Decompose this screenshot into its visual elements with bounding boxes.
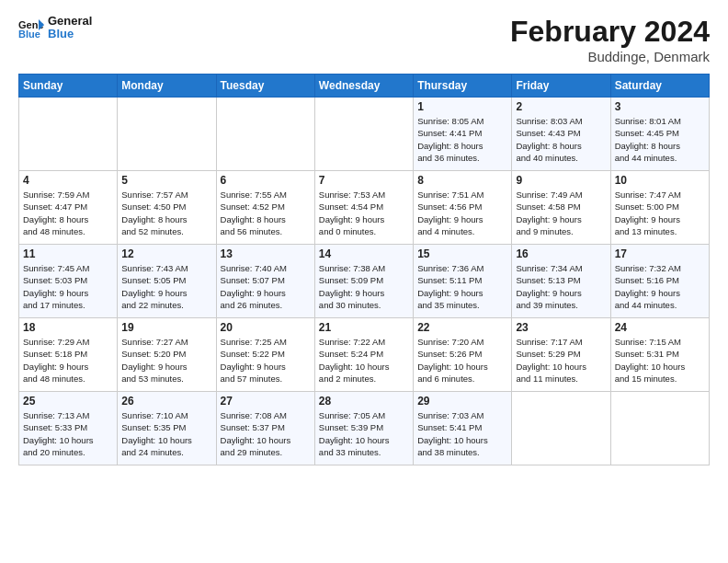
day-number: 24 (615, 321, 705, 334)
calendar-cell: 24Sunrise: 7:15 AM Sunset: 5:31 PM Dayli… (610, 318, 709, 392)
day-number: 26 (121, 395, 211, 408)
calendar-cell: 9Sunrise: 7:49 AM Sunset: 4:58 PM Daylig… (512, 171, 610, 245)
calendar-cell: 2Sunrise: 8:03 AM Sunset: 4:43 PM Daylig… (512, 98, 610, 171)
day-info: Sunrise: 8:03 AM Sunset: 4:43 PM Dayligh… (516, 115, 606, 164)
day-info: Sunrise: 7:17 AM Sunset: 5:29 PM Dayligh… (516, 336, 606, 385)
column-header-sunday: Sunday (19, 75, 118, 98)
calendar-cell: 11Sunrise: 7:45 AM Sunset: 5:03 PM Dayli… (19, 245, 118, 318)
calendar-cell (19, 98, 118, 171)
calendar-cell: 5Sunrise: 7:57 AM Sunset: 4:50 PM Daylig… (118, 171, 216, 245)
day-info: Sunrise: 7:38 AM Sunset: 5:09 PM Dayligh… (319, 262, 409, 311)
column-header-friday: Friday (512, 75, 610, 98)
day-info: Sunrise: 7:47 AM Sunset: 5:00 PM Dayligh… (615, 189, 705, 237)
day-info: Sunrise: 8:01 AM Sunset: 4:45 PM Dayligh… (615, 115, 705, 164)
calendar-cell: 22Sunrise: 7:20 AM Sunset: 5:26 PM Dayli… (414, 318, 512, 392)
day-info: Sunrise: 7:53 AM Sunset: 4:54 PM Dayligh… (319, 189, 409, 237)
calendar-cell: 29Sunrise: 7:03 AM Sunset: 5:41 PM Dayli… (414, 392, 512, 465)
calendar-cell: 7Sunrise: 7:53 AM Sunset: 4:54 PM Daylig… (314, 171, 413, 245)
calendar-cell: 8Sunrise: 7:51 AM Sunset: 4:56 PM Daylig… (414, 171, 512, 245)
day-info: Sunrise: 7:45 AM Sunset: 5:03 PM Dayligh… (23, 262, 113, 311)
calendar-cell (610, 392, 709, 465)
calendar-cell: 19Sunrise: 7:27 AM Sunset: 5:20 PM Dayli… (118, 318, 216, 392)
calendar-cell: 26Sunrise: 7:10 AM Sunset: 5:35 PM Dayli… (118, 392, 216, 465)
day-number: 18 (23, 321, 113, 334)
day-number: 10 (615, 174, 705, 187)
day-number: 28 (319, 395, 409, 408)
calendar-cell: 27Sunrise: 7:08 AM Sunset: 5:37 PM Dayli… (216, 392, 314, 465)
calendar-cell (512, 392, 610, 465)
day-info: Sunrise: 7:29 AM Sunset: 5:18 PM Dayligh… (23, 336, 113, 385)
day-number: 7 (319, 174, 409, 187)
logo: General Blue General Blue (18, 15, 92, 41)
day-info: Sunrise: 7:40 AM Sunset: 5:07 PM Dayligh… (221, 262, 311, 311)
day-info: Sunrise: 7:57 AM Sunset: 4:50 PM Dayligh… (121, 189, 211, 237)
title-block: February 2024 Buddinge, Denmark (510, 15, 710, 64)
day-number: 21 (319, 321, 409, 334)
day-info: Sunrise: 7:49 AM Sunset: 4:58 PM Dayligh… (516, 189, 606, 237)
calendar-table: SundayMondayTuesdayWednesdayThursdayFrid… (18, 74, 710, 465)
day-info: Sunrise: 7:34 AM Sunset: 5:13 PM Dayligh… (516, 262, 606, 311)
column-header-monday: Monday (118, 75, 216, 98)
calendar-cell: 28Sunrise: 7:05 AM Sunset: 5:39 PM Dayli… (314, 392, 413, 465)
day-info: Sunrise: 7:03 AM Sunset: 5:41 PM Dayligh… (417, 409, 507, 458)
calendar-cell: 15Sunrise: 7:36 AM Sunset: 5:11 PM Dayli… (414, 245, 512, 318)
column-header-tuesday: Tuesday (216, 75, 314, 98)
day-number: 5 (121, 174, 211, 187)
calendar-cell: 3Sunrise: 8:01 AM Sunset: 4:45 PM Daylig… (610, 98, 709, 171)
column-header-saturday: Saturday (610, 75, 709, 98)
day-number: 11 (23, 247, 113, 260)
day-number: 8 (417, 174, 507, 187)
calendar-cell: 25Sunrise: 7:13 AM Sunset: 5:33 PM Dayli… (19, 392, 118, 465)
day-number: 6 (221, 174, 311, 187)
day-number: 19 (121, 321, 211, 334)
day-number: 23 (516, 321, 606, 334)
calendar-cell: 4Sunrise: 7:59 AM Sunset: 4:47 PM Daylig… (19, 171, 118, 245)
day-info: Sunrise: 7:36 AM Sunset: 5:11 PM Dayligh… (417, 262, 507, 311)
calendar-cell (118, 98, 216, 171)
calendar-cell: 16Sunrise: 7:34 AM Sunset: 5:13 PM Dayli… (512, 245, 610, 318)
day-info: Sunrise: 7:25 AM Sunset: 5:22 PM Dayligh… (221, 336, 311, 385)
day-number: 25 (23, 395, 113, 408)
day-number: 2 (516, 100, 606, 113)
day-info: Sunrise: 7:13 AM Sunset: 5:33 PM Dayligh… (23, 409, 113, 458)
day-info: Sunrise: 7:32 AM Sunset: 5:16 PM Dayligh… (615, 262, 705, 311)
day-info: Sunrise: 7:59 AM Sunset: 4:47 PM Dayligh… (23, 189, 113, 237)
calendar-cell: 21Sunrise: 7:22 AM Sunset: 5:24 PM Dayli… (314, 318, 413, 392)
calendar-cell: 6Sunrise: 7:55 AM Sunset: 4:52 PM Daylig… (216, 171, 314, 245)
column-header-wednesday: Wednesday (314, 75, 413, 98)
location: Buddinge, Denmark (510, 49, 710, 64)
day-info: Sunrise: 7:05 AM Sunset: 5:39 PM Dayligh… (319, 409, 409, 458)
day-number: 20 (221, 321, 311, 334)
day-number: 15 (417, 247, 507, 260)
day-info: Sunrise: 7:27 AM Sunset: 5:20 PM Dayligh… (121, 336, 211, 385)
calendar-cell: 1Sunrise: 8:05 AM Sunset: 4:41 PM Daylig… (414, 98, 512, 171)
day-number: 4 (23, 174, 113, 187)
day-info: Sunrise: 7:43 AM Sunset: 5:05 PM Dayligh… (121, 262, 211, 311)
calendar-cell: 23Sunrise: 7:17 AM Sunset: 5:29 PM Dayli… (512, 318, 610, 392)
column-header-thursday: Thursday (414, 75, 512, 98)
day-info: Sunrise: 7:15 AM Sunset: 5:31 PM Dayligh… (615, 336, 705, 385)
day-number: 1 (417, 100, 507, 113)
day-number: 3 (615, 100, 705, 113)
page-header: General Blue General Blue February 2024 … (18, 15, 710, 64)
calendar-cell: 13Sunrise: 7:40 AM Sunset: 5:07 PM Dayli… (216, 245, 314, 318)
day-info: Sunrise: 7:51 AM Sunset: 4:56 PM Dayligh… (417, 189, 507, 237)
logo-icon: General Blue (18, 17, 44, 38)
svg-text:Blue: Blue (18, 29, 40, 38)
calendar-cell: 20Sunrise: 7:25 AM Sunset: 5:22 PM Dayli… (216, 318, 314, 392)
calendar-cell: 12Sunrise: 7:43 AM Sunset: 5:05 PM Dayli… (118, 245, 216, 318)
day-number: 22 (417, 321, 507, 334)
day-number: 16 (516, 247, 606, 260)
day-number: 12 (121, 247, 211, 260)
calendar-cell: 14Sunrise: 7:38 AM Sunset: 5:09 PM Dayli… (314, 245, 413, 318)
calendar-cell (216, 98, 314, 171)
day-info: Sunrise: 7:10 AM Sunset: 5:35 PM Dayligh… (121, 409, 211, 458)
day-info: Sunrise: 7:55 AM Sunset: 4:52 PM Dayligh… (221, 189, 311, 237)
day-info: Sunrise: 7:22 AM Sunset: 5:24 PM Dayligh… (319, 336, 409, 385)
calendar-cell: 17Sunrise: 7:32 AM Sunset: 5:16 PM Dayli… (610, 245, 709, 318)
calendar-cell (314, 98, 413, 171)
day-number: 9 (516, 174, 606, 187)
day-info: Sunrise: 7:08 AM Sunset: 5:37 PM Dayligh… (221, 409, 311, 458)
day-info: Sunrise: 8:05 AM Sunset: 4:41 PM Dayligh… (417, 115, 507, 164)
day-number: 17 (615, 247, 705, 260)
